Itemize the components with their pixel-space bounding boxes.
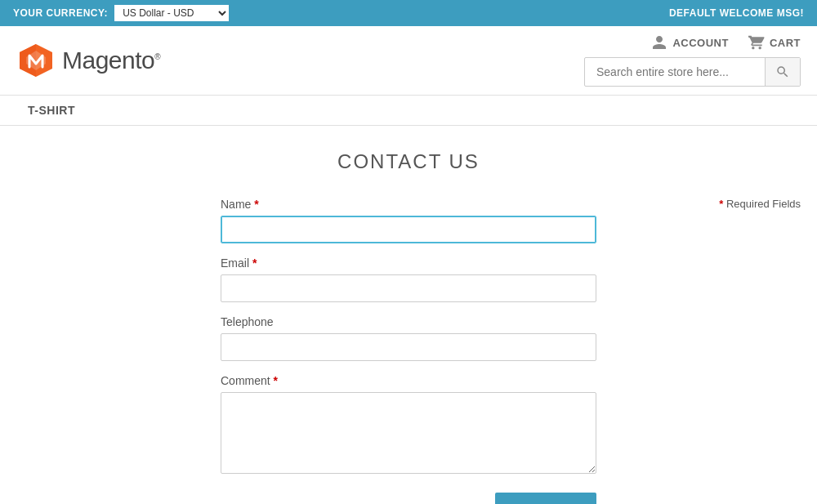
logo[interactable]: Magento® (16, 41, 160, 80)
email-field-group: Email * (221, 256, 596, 302)
account-icon (651, 34, 667, 51)
comment-required-marker: * (274, 374, 278, 387)
email-input[interactable] (221, 274, 596, 302)
name-label: Name * (221, 198, 596, 211)
submit-button[interactable]: SUBMIT (495, 493, 596, 504)
required-asterisk: * (719, 198, 723, 210)
comment-field-group: Comment * (221, 374, 596, 476)
submit-row: SUBMIT (221, 493, 596, 504)
name-field-group: Name * (221, 198, 596, 243)
cart-link[interactable]: CART (748, 34, 801, 51)
comment-textarea[interactable] (221, 392, 596, 474)
main-content: CONTACT US * Required Fields Name * Emai… (0, 126, 817, 504)
currency-label: YOUR CURRENCY: (13, 7, 108, 19)
telephone-input[interactable] (221, 333, 596, 361)
required-fields-note: * Required Fields (719, 198, 801, 210)
currency-selector-area: YOUR CURRENCY: US Dollar - USD Euro - EU… (13, 5, 229, 21)
nav-bar: T-SHIRT (0, 96, 817, 126)
email-required-marker: * (252, 256, 257, 270)
logo-text: Magento® (62, 47, 160, 74)
form-wrapper: * Required Fields Name * Email * (16, 198, 801, 504)
search-button[interactable] (765, 58, 800, 86)
comment-label: Comment * (221, 374, 596, 387)
header-right: ACCOUNT CART (584, 34, 801, 87)
search-input[interactable] (585, 59, 765, 85)
email-label: Email * (221, 256, 596, 270)
cart-icon (748, 34, 765, 51)
search-bar (584, 57, 801, 87)
contact-form: * Required Fields Name * Email * (221, 198, 596, 504)
account-link[interactable]: ACCOUNT (651, 34, 729, 51)
top-bar: YOUR CURRENCY: US Dollar - USD Euro - EU… (0, 0, 817, 26)
name-required-marker: * (254, 198, 258, 211)
welcome-message: DEFAULT WELCOME MSG! (669, 7, 804, 19)
required-note-text: Required Fields (726, 198, 801, 210)
magento-logo-icon (16, 41, 56, 80)
search-icon (775, 65, 790, 79)
page-title: CONTACT US (16, 150, 801, 173)
telephone-field-group: Telephone (221, 315, 596, 361)
nav-item-tshirt[interactable]: T-SHIRT (16, 96, 87, 125)
header-actions: ACCOUNT CART (651, 34, 801, 51)
account-label: ACCOUNT (672, 37, 729, 49)
cart-label: CART (770, 37, 801, 49)
currency-dropdown[interactable]: US Dollar - USD Euro - EUR British Pound… (114, 5, 229, 21)
telephone-label: Telephone (221, 315, 596, 328)
site-header: Magento® ACCOUNT CART (0, 26, 817, 96)
name-input[interactable] (221, 216, 596, 243)
